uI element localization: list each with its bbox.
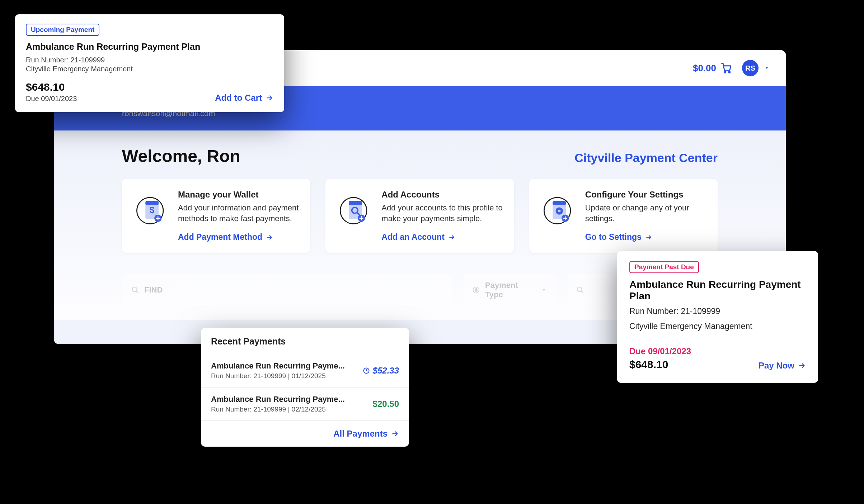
add-account-link[interactable]: Add an Account [381, 232, 455, 242]
payment-title: Ambulance Run Recurring Payme... [211, 361, 356, 371]
link-label: Pay Now [759, 361, 794, 371]
settings-icon [540, 190, 576, 242]
svg-point-0 [724, 71, 726, 73]
recent-payments-header: Recent Payments [201, 328, 409, 354]
payment-meta: Run Number: 21-109999 | 01/12/2025 [211, 372, 356, 380]
link-label: Go to Settings [585, 232, 642, 242]
payment-title: Ambulance Run Recurring Payment Plan [26, 42, 273, 52]
dollar-circle-icon: $ [472, 286, 480, 294]
link-label: All Payments [333, 429, 388, 439]
avatar-initials: RS [745, 64, 755, 72]
payment-meta: Run Number: 21-109999 | 02/12/2025 [211, 405, 366, 413]
amount-value: $20.50 [373, 399, 399, 409]
card-title: Configure Your Settings [585, 190, 707, 200]
wallet-icon: $ [133, 190, 169, 242]
accounts-card: Add Accounts Add your accounts to this p… [325, 179, 514, 253]
arrow-right-icon [391, 430, 399, 438]
cart-amount: $0.00 [693, 63, 716, 74]
cart-icon [720, 63, 732, 73]
run-number: Run Number: 21-109999 [629, 305, 806, 317]
recent-payments-card: Recent Payments Ambulance Run Recurring … [201, 328, 409, 447]
find-input[interactable]: FIND [122, 274, 452, 306]
add-payment-method-link[interactable]: Add Payment Method [178, 232, 273, 242]
payment-amount: $648.10 [26, 81, 77, 93]
payment-title: Ambulance Run Recurring Payme... [211, 395, 366, 404]
wallet-card: $ Manage your Wallet Add your informatio… [122, 179, 310, 253]
arrow-right-icon [448, 234, 455, 241]
avatar: RS [742, 60, 759, 76]
link-label: Add an Account [381, 232, 444, 242]
profile-menu[interactable]: RS [742, 60, 770, 76]
svg-rect-14 [553, 201, 566, 205]
status-badge: Upcoming Payment [26, 24, 99, 36]
svg-rect-4 [145, 201, 159, 205]
svg-point-16 [558, 210, 560, 212]
clock-icon [363, 367, 370, 374]
svg-rect-9 [349, 201, 362, 205]
past-due-card: Payment Past Due Ambulance Run Recurring… [617, 251, 818, 383]
all-payments-link[interactable]: All Payments [333, 429, 399, 439]
card-desc: Update or change any of your settings. [585, 203, 707, 224]
status-badge: Payment Past Due [629, 261, 699, 273]
due-date: Due 09/01/2023 [26, 95, 77, 103]
arrow-right-icon [798, 362, 806, 370]
svg-point-1 [729, 71, 730, 73]
arrow-right-icon [266, 234, 273, 241]
payment-center-name: Cityville Payment Center [574, 151, 718, 165]
svg-point-21 [577, 287, 582, 292]
svg-text:$: $ [475, 288, 477, 292]
due-date: Due 09/01/2023 [629, 346, 691, 356]
cart-button[interactable]: $0.00 [693, 63, 732, 74]
arrow-right-icon [645, 234, 652, 241]
payment-row[interactable]: Ambulance Run Recurring Payme... Run Num… [201, 387, 409, 420]
upcoming-payment-card: Upcoming Payment Ambulance Run Recurring… [15, 14, 284, 112]
card-desc: Add your accounts to this profile to mak… [381, 203, 503, 224]
accounts-icon [336, 190, 372, 242]
payment-amount: $648.10 [629, 358, 691, 371]
svg-point-18 [132, 287, 137, 292]
arrow-right-icon [266, 94, 273, 102]
card-title: Manage your Wallet [178, 190, 300, 200]
amount-value: $52.33 [373, 366, 399, 376]
page-title: Welcome, Ron [122, 146, 240, 166]
search-icon [131, 286, 139, 294]
search-icon [576, 286, 584, 294]
payment-row[interactable]: Ambulance Run Recurring Payme... Run Num… [201, 354, 409, 387]
payment-title: Ambulance Run Recurring Payment Plan [629, 279, 806, 302]
add-to-cart-button[interactable]: Add to Cart [215, 93, 273, 103]
svg-text:$: $ [150, 205, 154, 215]
run-number: Run Number: 21-109999 [26, 55, 273, 65]
card-title: Add Accounts [381, 190, 503, 200]
payment-amount-pending: $52.33 [363, 366, 399, 376]
chevron-down-icon [541, 287, 547, 293]
payment-amount-paid: $20.50 [373, 399, 399, 409]
pay-now-button[interactable]: Pay Now [759, 361, 806, 371]
chevron-down-icon [764, 66, 770, 70]
org-name: Cityville Emergency Management [26, 65, 273, 73]
card-desc: Add your information and payment methods… [178, 203, 300, 224]
settings-card: Configure Your Settings Update or change… [529, 179, 718, 253]
go-to-settings-link[interactable]: Go to Settings [585, 232, 652, 242]
payment-type-filter[interactable]: $ Payment Type [463, 274, 556, 306]
link-label: Add to Cart [215, 93, 262, 103]
filter-label: Payment Type [485, 281, 536, 299]
org-name: Cityville Emergency Management [629, 320, 806, 332]
find-label: FIND [144, 285, 163, 295]
link-label: Add Payment Method [178, 232, 262, 242]
